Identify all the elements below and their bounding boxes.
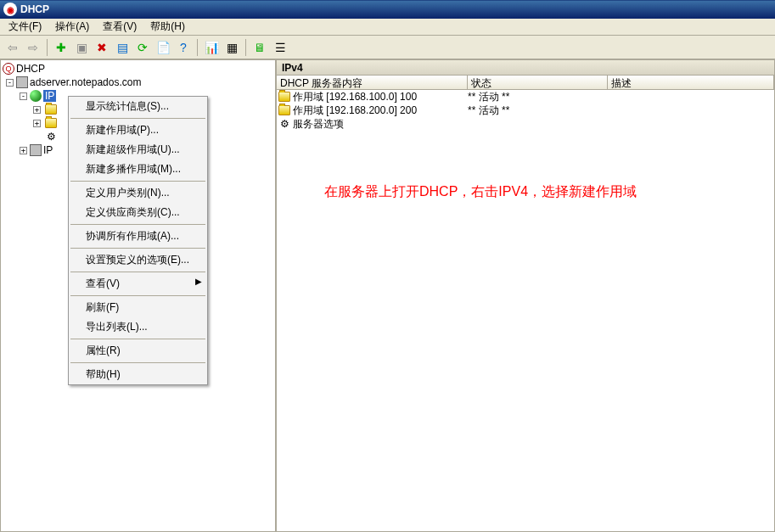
menu-help[interactable]: 帮助(H) bbox=[143, 18, 192, 36]
back-button[interactable]: ⇦ bbox=[3, 38, 22, 57]
titlebar: ◉ DHCP bbox=[0, 0, 775, 19]
ipv6-icon bbox=[30, 144, 42, 156]
window-title: DHCP bbox=[20, 3, 49, 15]
submenu-arrow-icon: ▶ bbox=[195, 277, 202, 286]
col-desc[interactable]: 描述 bbox=[608, 76, 774, 89]
menu-reconcile[interactable]: 协调所有作用域(A)... bbox=[69, 227, 207, 246]
tree-server-label: adserver.notepados.com bbox=[30, 76, 141, 88]
forward-button[interactable]: ⇨ bbox=[24, 38, 42, 57]
server-options-label: 服务器选项 bbox=[293, 117, 344, 132]
dhcp-icon: Q bbox=[3, 63, 14, 75]
menu-user-class[interactable]: 定义用户类别(N)... bbox=[69, 183, 207, 203]
col-status[interactable]: 状态 bbox=[468, 76, 608, 89]
list-item[interactable]: ⚙服务器选项 bbox=[277, 117, 774, 131]
menubar: 文件(F) 操作(A) 查看(V) 帮助(H) bbox=[0, 19, 775, 36]
menu-action[interactable]: 操作(A) bbox=[48, 18, 96, 36]
export-button[interactable]: 📄 bbox=[154, 38, 172, 57]
menu-new-superscope[interactable]: 新建超级作用域(U)... bbox=[69, 140, 207, 160]
tree-root-dhcp[interactable]: Q DHCP bbox=[3, 62, 273, 76]
scope-status: ** 活动 ** bbox=[468, 90, 608, 104]
tree-root-label: DHCP bbox=[16, 63, 45, 75]
list-header: DHCP 服务器内容 状态 描述 bbox=[277, 76, 774, 90]
refresh-button[interactable]: ⟳ bbox=[133, 38, 152, 57]
gear-icon: ⚙ bbox=[45, 131, 57, 143]
list-body: 作用域 [192.168.100.0] 100 ** 活动 ** 作用域 [19… bbox=[277, 90, 774, 531]
annotation-text: 在服务器上打开DHCP，右击IPV4，选择新建作用域 bbox=[324, 183, 637, 201]
stats-button[interactable]: 📊 bbox=[202, 38, 221, 57]
expand-icon[interactable]: + bbox=[20, 147, 27, 154]
menu-view[interactable]: 查看(V)▶ bbox=[69, 274, 207, 294]
scope-name: 作用域 [192.168.200.0] 200 bbox=[293, 104, 417, 118]
ipv4-icon bbox=[30, 90, 42, 102]
expand-icon[interactable]: + bbox=[33, 120, 41, 127]
menu-export[interactable]: 导出列表(L)... bbox=[69, 317, 207, 337]
scope-button[interactable]: ▦ bbox=[222, 38, 241, 57]
details-title: IPv4 bbox=[282, 62, 303, 74]
up-button[interactable]: ▣ bbox=[72, 38, 91, 57]
tree-ipv6-label: IP bbox=[43, 144, 53, 156]
menu-show-stats[interactable]: 显示统计信息(S)... bbox=[69, 97, 207, 116]
help-button[interactable]: ? bbox=[174, 38, 193, 57]
toolbar: ⇦ ⇨ ✚ ▣ ✖ ▤ ⟳ 📄 ? 📊 ▦ 🖥 ☰ bbox=[0, 36, 775, 59]
menu-refresh[interactable]: 刷新(F) bbox=[69, 298, 207, 317]
menu-new-multicast[interactable]: 新建多播作用域(M)... bbox=[69, 160, 207, 179]
folder-icon bbox=[45, 118, 57, 128]
menu-new-scope[interactable]: 新建作用域(P)... bbox=[69, 120, 207, 140]
tree-ipv4-label: IP bbox=[43, 90, 56, 102]
context-menu: 显示统计信息(S)... 新建作用域(P)... 新建超级作用域(U)... 新… bbox=[68, 96, 208, 385]
server-icon bbox=[16, 76, 28, 88]
add-button[interactable]: ✚ bbox=[52, 38, 70, 57]
menu-vendor-class[interactable]: 定义供应商类别(C)... bbox=[69, 203, 207, 222]
folder-icon bbox=[45, 104, 57, 115]
collapse-icon[interactable]: - bbox=[6, 79, 14, 87]
menu-file[interactable]: 文件(F) bbox=[2, 18, 48, 36]
menu-predef-options[interactable]: 设置预定义的选项(E)... bbox=[69, 250, 207, 270]
details-panel: IPv4 DHCP 服务器内容 状态 描述 作用域 [192.168.100.0… bbox=[276, 59, 775, 532]
menu-properties[interactable]: 属性(R) bbox=[69, 341, 207, 361]
list-item[interactable]: 作用域 [192.168.200.0] 200 ** 活动 ** bbox=[277, 104, 774, 117]
list-item[interactable]: 作用域 [192.168.100.0] 100 ** 活动 ** bbox=[277, 90, 774, 104]
menu-view[interactable]: 查看(V) bbox=[96, 18, 143, 36]
scope-name: 作用域 [192.168.100.0] 100 bbox=[293, 90, 417, 104]
menu-help[interactable]: 帮助(H) bbox=[69, 365, 207, 384]
tree-server[interactable]: - adserver.notepados.com bbox=[3, 76, 273, 89]
gear-icon: ⚙ bbox=[278, 118, 290, 130]
scope-status: ** 活动 ** bbox=[468, 104, 608, 118]
folder-icon bbox=[278, 105, 290, 115]
properties-button[interactable]: ▤ bbox=[113, 38, 132, 57]
monitor-button[interactable]: 🖥 bbox=[250, 38, 269, 57]
folder-icon bbox=[278, 92, 290, 102]
col-content[interactable]: DHCP 服务器内容 bbox=[277, 76, 468, 89]
expand-icon[interactable]: + bbox=[33, 106, 41, 114]
app-icon: ◉ bbox=[3, 3, 17, 16]
delete-button[interactable]: ✖ bbox=[93, 38, 111, 57]
collapse-icon[interactable]: - bbox=[20, 92, 27, 100]
details-header: IPv4 bbox=[277, 60, 774, 76]
list-button[interactable]: ☰ bbox=[271, 38, 289, 57]
